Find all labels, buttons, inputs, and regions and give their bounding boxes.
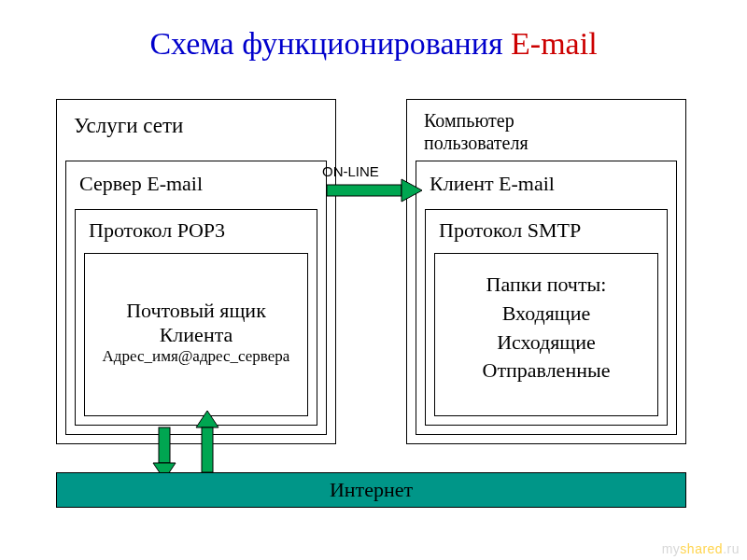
watermark-part2: shared [680,541,723,556]
watermark-part1: my [662,541,681,556]
diagram-canvas: Услуги сети Сервер E-mail Протокол POP3 … [0,71,747,547]
watermark: myshared.ru [662,541,740,556]
label-folders-heading: Папки почты: [435,271,657,300]
label-mailbox-line2: Клиента [85,323,307,347]
title-part-2: E-mail [511,26,598,61]
label-folders-outbox: Исходящие [435,329,657,357]
label-mailbox-address: Адрес_имя@адрес_сервера [85,347,307,366]
label-folders-inbox: Входящие [435,300,657,329]
svg-rect-0 [327,185,402,196]
label-internet: Интернет [330,478,413,501]
box-mail-folders: Папки почты: Входящие Исходящие Отправле… [434,253,658,416]
label-pop3-protocol: Протокол POP3 [76,210,317,249]
label-smtp-protocol: Протокол SMTP [426,210,667,249]
diagram-title: Схема функционирования E-mail [0,0,747,71]
label-folders-sent: Отправленные [435,357,657,385]
label-online: ON-LINE [322,163,379,179]
watermark-part3: .ru [723,541,740,556]
box-client-mailbox: Почтовый ящик Клиента Адрес_имя@адрес_се… [84,253,308,416]
label-user-computer: Компьютер пользователя [407,100,685,158]
label-user-computer-line1: Компьютер [424,110,514,131]
label-email-client: Клиент E-mail [416,161,676,203]
box-internet: Интернет [56,472,686,508]
label-user-computer-line2: пользователя [424,133,529,153]
label-network-services: Услуги сети [57,100,335,147]
label-email-server: Сервер E-mail [66,161,326,203]
title-part-1: Схема функционирования [149,26,511,61]
label-mailbox-line1: Почтовый ящик [85,299,307,323]
